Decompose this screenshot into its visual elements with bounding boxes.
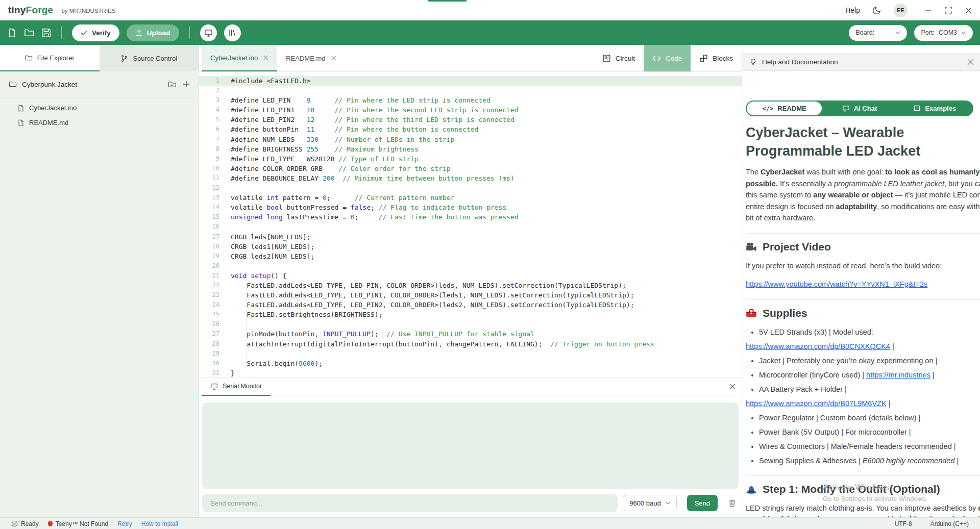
readme-section: Supplies5V LED Strands (x3) | Model used… (746, 307, 980, 466)
code-line: 6#define buttonPin 11 // Pin where the b… (199, 124, 742, 134)
line-number: 24 (199, 300, 231, 310)
save-icon[interactable] (41, 28, 51, 38)
code-line: 2 (199, 86, 742, 95)
new-file-icon[interactable] (7, 28, 17, 38)
readme-link[interactable]: https://mr.industries (866, 371, 930, 379)
serial-monitor-icon[interactable] (200, 24, 217, 41)
code-line: 28 attachInterrupt(digitalPinToInterrupt… (199, 339, 742, 349)
readme-intro: The CyberJacket was built with one goal:… (746, 166, 980, 224)
supply-item: AA Battery Pack + Holder | (759, 384, 980, 395)
toolbar-separator (61, 26, 62, 39)
readme-link[interactable]: https://www.youtube.com/watch?v=YYvXN1_i… (746, 280, 927, 288)
line-number: 8 (199, 144, 231, 154)
supply-link-line: https://www.amazon.com/dp/B07L9M6VZK | (746, 398, 980, 409)
close-icon[interactable] (965, 7, 972, 14)
code-line: 8#define BRIGHTNESS 255 // Maximum brigh… (199, 144, 742, 154)
file-item[interactable]: README.md (0, 115, 199, 130)
readme-paragraph: If you prefer to watch instead of read, … (746, 260, 980, 272)
library-icon[interactable] (224, 24, 241, 41)
readme-link[interactable]: https://www.amazon.com/dp/B0CNXKQCK4 (746, 342, 890, 350)
line-number: 4 (199, 105, 231, 115)
main-toolbar: Verify Upload Board: Port: COM3 (0, 20, 980, 45)
mode-blocks[interactable]: Blocks (691, 45, 742, 71)
send-button[interactable]: Send (687, 495, 718, 511)
readme-content: CyberJacket – Wearable Programmable LED … (746, 123, 980, 517)
board-select[interactable]: Board: (849, 25, 907, 41)
line-number: 22 (199, 281, 231, 290)
open-folder-icon[interactable] (24, 28, 34, 38)
serial-input-row: 9600 baud Send (199, 494, 742, 512)
close-tab-icon[interactable] (263, 55, 268, 60)
video-camera-icon (746, 241, 757, 253)
close-tab-icon[interactable] (331, 56, 336, 61)
collapse-folders-icon[interactable] (168, 80, 177, 89)
how-to-install-link[interactable]: How to Install (141, 520, 178, 527)
code-line: 14volatile bool buttonPressed = false; /… (199, 203, 742, 212)
baud-value: 9600 baud (629, 499, 660, 507)
serial-output-area (202, 402, 739, 489)
help-tab-examples[interactable]: Examples (897, 102, 972, 115)
project-row[interactable]: Cyberpunk Jacket (0, 71, 199, 97)
chevron-down-icon (961, 31, 966, 34)
code-glyph-icon: </> (763, 105, 774, 112)
line-number: 28 (199, 339, 231, 349)
sidebar-tab-file-explorer[interactable]: File Explorer (0, 45, 100, 71)
section-divider (746, 475, 980, 476)
supply-item: Microcontroller (tinyCore used) | https:… (759, 369, 980, 381)
app-window: tinyForge by MR.INDUSTRIES Help EE (0, 0, 980, 529)
language-indicator[interactable]: Arduino (C++) (930, 520, 969, 527)
close-icon[interactable] (967, 59, 974, 65)
help-menu[interactable]: Help (845, 6, 860, 14)
tab-serial-monitor[interactable]: Serial Monitor (202, 377, 271, 396)
toolbox-icon (746, 308, 757, 319)
code-line: 17CRGB leds[NUM_LEDS]; (199, 232, 742, 242)
user-avatar[interactable]: EE (894, 4, 908, 17)
editor-tab-readme.md[interactable]: README.md (277, 45, 345, 71)
help-tab-readme[interactable]: </>README (747, 102, 822, 115)
editor-tab-cyberjacket.ino[interactable]: CyberJacket.ino (202, 45, 277, 71)
mode-circuit[interactable]: Circuit (594, 45, 644, 71)
plus-icon[interactable] (183, 81, 190, 88)
chevron-down-icon (895, 31, 900, 34)
serial-command-input[interactable] (202, 494, 618, 512)
file-item[interactable]: CyberJacket.ino (0, 100, 199, 115)
retry-link[interactable]: Retry (117, 520, 132, 527)
maximize-icon[interactable] (945, 7, 952, 14)
file-list: CyberJacket.inoREADME.md (0, 97, 199, 130)
line-number: 20 (199, 261, 231, 271)
upload-button[interactable]: Upload (127, 24, 179, 41)
close-icon[interactable] (729, 384, 736, 390)
verify-label: Verify (92, 29, 111, 37)
mode-code[interactable]: Code (644, 45, 691, 71)
moon-icon[interactable] (872, 6, 881, 15)
section-title: Project Video (763, 241, 831, 253)
readme-section: Step 1: Modify the Outfit (Optional)LED … (746, 483, 980, 518)
trash-icon[interactable] (728, 499, 737, 508)
code-editor[interactable]: 1#include <FastLED.h>23#define LED_PIN 9… (199, 72, 742, 377)
port-select[interactable]: Port: COM3 (914, 25, 973, 41)
sidebar-tab-source-control[interactable]: Source Control (100, 45, 199, 71)
app-logo: tinyForge (8, 5, 53, 16)
readme-paragraph: LED strings rarely match clothing as-is.… (746, 502, 980, 518)
code-line: 25 FastLED.setBrightness(BRIGHTNESS); (199, 310, 742, 319)
help-tab-ai-chat[interactable]: AI Chat (822, 102, 897, 115)
line-number: 9 (199, 154, 231, 164)
encoding-indicator[interactable]: UTF-8 (895, 520, 912, 527)
code-line: 24 FastLED.addLeds<LED_TYPE, LED_PIN2, C… (199, 300, 742, 310)
readme-section: Project VideoIf you prefer to watch inst… (746, 241, 980, 290)
baud-select[interactable]: 9600 baud (623, 495, 676, 511)
board-label: Board: (855, 29, 874, 36)
help-panel-body: </>READMEAI ChatExamples CyberJacket – W… (742, 71, 980, 517)
line-number: 13 (199, 193, 231, 203)
readme-link[interactable]: https://www.amazon.com/dp/B07L9M6VZK (746, 399, 887, 408)
supply-item: Power Regulator | Custom board (details … (759, 412, 980, 423)
code-line: 1#include <FastLED.h> (199, 76, 742, 86)
status-bar: Ready Teeny™ Not Found Retry How to Inst… (0, 517, 980, 529)
section-divider (746, 233, 980, 234)
supply-item: Sewing Supplies & Adhesives | E6000 high… (759, 455, 980, 466)
verify-button[interactable]: Verify (72, 24, 119, 41)
code-line: 9#define LED_TYPE WS2812B // Type of LED… (199, 154, 742, 164)
code-line: 15unsigned long lastPressTime = 0; // La… (199, 212, 742, 222)
line-number: 26 (199, 319, 231, 329)
minimize-icon[interactable] (925, 7, 932, 14)
